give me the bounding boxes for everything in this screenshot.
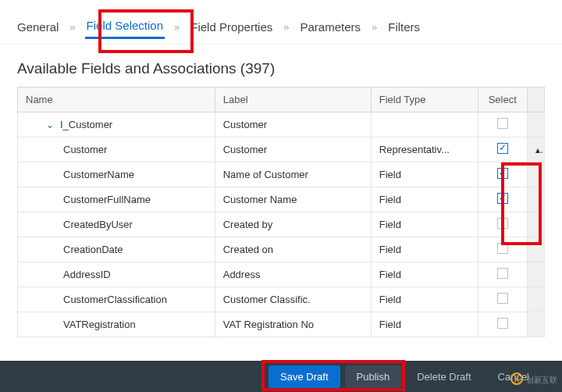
chevron-icon: » <box>283 21 289 33</box>
field-name-label: AddressID <box>63 269 111 280</box>
field-label-cell: Created on <box>215 237 371 262</box>
tab-parameters[interactable]: Parameters <box>299 16 363 38</box>
tab-filters[interactable]: Filters <box>386 16 422 38</box>
field-name-cell: CreatedByUser <box>18 212 215 237</box>
chevron-icon: » <box>174 21 180 33</box>
field-name-cell: AddressID <box>18 262 215 287</box>
cancel-button[interactable]: Cancel <box>487 366 540 387</box>
footer-bar: Save Draft Publish Delete Draft Cancel <box>0 361 562 392</box>
tab-general[interactable]: General <box>16 16 60 38</box>
field-name-label: CustomerFullName <box>63 194 151 205</box>
page-title: Available Fields and Associations (397) <box>17 60 545 77</box>
col-header-select[interactable]: Select <box>478 87 527 112</box>
tab-bar: General » Field Selection » Field Proper… <box>0 0 562 45</box>
table-row[interactable]: CustomerFullNameCustomer NameField <box>18 187 545 212</box>
field-label-cell: Customer <box>215 137 371 162</box>
chevron-down-icon[interactable]: ⌄ <box>46 119 54 130</box>
field-name-cell: CustomerName <box>18 162 215 187</box>
field-type-cell: Field <box>371 162 478 187</box>
chevron-icon: » <box>69 21 75 33</box>
field-name-cell: Customer <box>18 137 215 162</box>
checkbox[interactable] <box>497 118 508 129</box>
table-row[interactable]: CustomerCustomerRepresentativ...▴ <box>18 137 545 162</box>
field-label-cell: Customer Classific. <box>215 287 371 312</box>
field-name-cell: CustomerFullName <box>18 187 215 212</box>
checkbox[interactable] <box>497 193 508 204</box>
field-type-cell: Field <box>371 237 478 262</box>
fields-table: Name Label Field Type Select ⌄I_Customer… <box>17 87 545 337</box>
checkbox[interactable] <box>497 168 508 179</box>
save-draft-button[interactable]: Save Draft <box>269 365 340 388</box>
checkbox[interactable] <box>497 243 508 254</box>
field-label-cell: VAT Registration No <box>215 312 371 337</box>
select-cell <box>478 187 527 212</box>
field-name-label: I_Customer <box>60 119 112 130</box>
field-label-cell: Customer <box>215 112 371 137</box>
col-header-label[interactable]: Label <box>215 87 371 112</box>
scroll-up-icon[interactable]: ▴ <box>527 137 544 162</box>
field-name-label: Customer <box>63 144 107 155</box>
scroll-gutter <box>527 187 544 212</box>
field-name-label: CustomerClassification <box>63 294 167 305</box>
field-type-cell: Field <box>371 212 478 237</box>
scroll-header <box>527 87 544 112</box>
scroll-gutter <box>527 287 544 312</box>
scroll-gutter <box>527 312 544 337</box>
chevron-icon: » <box>372 21 377 33</box>
scroll-gutter <box>527 237 544 262</box>
checkbox[interactable] <box>497 293 508 304</box>
table-row[interactable]: AddressIDAddressField <box>18 262 545 287</box>
field-name-cell: CreationDate <box>18 237 215 262</box>
select-cell <box>478 162 527 187</box>
field-name-cell: ⌄I_Customer <box>18 112 215 137</box>
scroll-gutter <box>527 262 544 287</box>
publish-button[interactable]: Publish <box>345 365 402 388</box>
select-cell <box>478 212 527 237</box>
tab-field-selection[interactable]: Field Selection <box>85 14 165 39</box>
field-name-cell: VATRegistration <box>18 312 215 337</box>
field-type-cell: Field <box>371 287 478 312</box>
field-type-cell: Field <box>371 312 478 337</box>
field-name-label: CreatedByUser <box>63 219 133 230</box>
field-type-cell: Field <box>371 187 478 212</box>
checkbox[interactable] <box>497 218 508 229</box>
checkbox[interactable] <box>497 318 508 329</box>
field-label-cell: Created by <box>215 212 371 237</box>
field-label-cell: Address <box>215 262 371 287</box>
scroll-gutter <box>527 162 544 187</box>
scroll-gutter <box>527 212 544 237</box>
checkbox[interactable] <box>497 143 508 154</box>
field-type-cell: Representativ... <box>371 137 478 162</box>
table-row[interactable]: CustomerClassificationCustomer Classific… <box>18 287 545 312</box>
table-row[interactable]: ⌄I_CustomerCustomer <box>18 112 545 137</box>
col-header-type[interactable]: Field Type <box>371 87 478 112</box>
checkbox[interactable] <box>497 268 508 279</box>
field-type-cell <box>371 112 478 137</box>
table-row[interactable]: CustomerNameName of CustomerField <box>18 162 545 187</box>
scroll-gutter <box>527 112 544 137</box>
table-row[interactable]: CreationDateCreated onField <box>18 237 545 262</box>
field-name-label: VATRegistration <box>63 319 136 330</box>
tab-field-properties[interactable]: Field Properties <box>189 16 274 38</box>
table-row[interactable]: CreatedByUserCreated byField <box>18 212 545 237</box>
select-cell <box>478 112 527 137</box>
field-label-cell: Customer Name <box>215 187 371 212</box>
field-name-label: CreationDate <box>63 244 123 255</box>
select-cell <box>478 237 527 262</box>
field-type-cell: Field <box>371 262 478 287</box>
select-cell <box>478 262 527 287</box>
select-cell <box>478 312 527 337</box>
table-row[interactable]: VATRegistrationVAT Registration NoField <box>18 312 545 337</box>
select-cell <box>478 287 527 312</box>
field-label-cell: Name of Customer <box>215 162 371 187</box>
delete-draft-button[interactable]: Delete Draft <box>406 366 482 387</box>
select-cell <box>478 137 527 162</box>
field-name-cell: CustomerClassification <box>18 287 215 312</box>
content-area: Available Fields and Associations (397) … <box>0 45 562 337</box>
col-header-name[interactable]: Name <box>18 87 215 112</box>
field-name-label: CustomerName <box>63 169 134 180</box>
